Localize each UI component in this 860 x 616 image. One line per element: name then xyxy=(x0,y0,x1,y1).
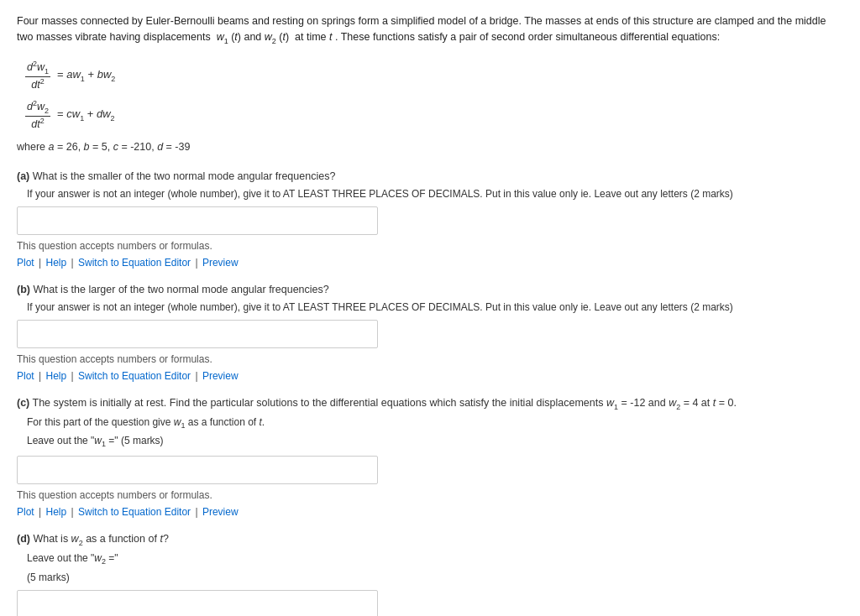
part-b-plot-link[interactable]: Plot xyxy=(17,370,34,382)
part-c-plot-link[interactable]: Plot xyxy=(17,506,34,518)
eq2-numerator: d2w2 xyxy=(25,99,50,117)
part-a-accepts: This question accepts numbers or formula… xyxy=(17,238,843,253)
part-c-question-text: The system is initially at rest. Find th… xyxy=(33,397,737,409)
part-b-instruction: If your answer is not an integer (whole … xyxy=(17,300,843,315)
part-c-detail2: Leave out the "w1 =" (5 marks) xyxy=(17,433,843,451)
part-a-links: Plot | Help | Switch to Equation Editor … xyxy=(17,255,843,270)
part-a-instruction: If your answer is not an integer (whole … xyxy=(17,186,843,201)
part-d-question1-text: What is w2 as a function of t? xyxy=(33,533,168,545)
part-d-detail2: (5 marks) xyxy=(17,570,843,585)
part-b-accepts: This question accepts numbers or formula… xyxy=(17,352,843,367)
part-b-links: Plot | Help | Switch to Equation Editor … xyxy=(17,368,843,384)
eq1-rhs: = aw1 + bw2 xyxy=(57,66,115,85)
part-a-help-link[interactable]: Help xyxy=(46,257,67,269)
part-b-preview-link[interactable]: Preview xyxy=(202,370,239,382)
part-c-input[interactable] xyxy=(17,456,378,484)
part-c-switch-link[interactable]: Switch to Equation Editor xyxy=(78,506,191,518)
part-c-help-link[interactable]: Help xyxy=(46,506,67,518)
part-a-preview-link[interactable]: Preview xyxy=(202,257,239,269)
part-c-label: (c) xyxy=(17,397,29,409)
part-d: (d) What is w2 as a function of t? Leave… xyxy=(17,531,843,616)
part-c-question: (c) The system is initially at rest. Fin… xyxy=(17,395,843,413)
part-b-help-link[interactable]: Help xyxy=(46,370,67,382)
intro-text: Four masses connected by Euler-Bernoulli… xyxy=(17,13,843,48)
fraction-2: d2w2 dt2 xyxy=(25,99,50,132)
equations-block: d2w1 dt2 = aw1 + bw2 d2w2 dt2 = cw1 + dw… xyxy=(25,60,843,132)
equation-1: d2w1 dt2 = aw1 + bw2 xyxy=(25,60,843,92)
part-d-label: (d) xyxy=(17,533,30,545)
and-text: and xyxy=(252,15,270,27)
part-a-question: (a) What is the smaller of the two norma… xyxy=(17,169,843,185)
part-b-question-text: What is the larger of the two normal mod… xyxy=(33,284,328,295)
part-d-detail1: Leave out the "w2 =" xyxy=(17,551,843,568)
part-c-preview-link[interactable]: Preview xyxy=(202,506,239,518)
part-c-accepts: This question accepts numbers or formula… xyxy=(17,488,843,503)
eq1-numerator: d2w1 xyxy=(25,60,50,77)
part-c: (c) The system is initially at rest. Fin… xyxy=(17,395,843,520)
eq2-rhs: = cw1 + dw2 xyxy=(57,106,115,124)
part-b-input[interactable] xyxy=(17,320,378,348)
part-a-question-text: What is the smaller of the two normal mo… xyxy=(33,170,336,182)
where-line: where a = 26, b = 5, c = -210, d = -39 xyxy=(17,139,843,155)
part-b-label: (b) xyxy=(17,284,30,295)
part-a-input[interactable] xyxy=(17,206,378,235)
part-a-plot-link[interactable]: Plot xyxy=(17,257,34,269)
part-a-switch-link[interactable]: Switch to Equation Editor xyxy=(78,257,191,269)
part-c-detail1: For this part of the question give w1 as… xyxy=(17,415,843,432)
part-d-input[interactable] xyxy=(17,590,378,616)
eq1-denominator: dt2 xyxy=(29,77,45,91)
fraction-1: d2w1 dt2 xyxy=(25,60,50,92)
part-c-links: Plot | Help | Switch to Equation Editor … xyxy=(17,504,843,519)
part-a-label: (a) xyxy=(17,170,29,182)
part-b-question: (b) What is the larger of the two normal… xyxy=(17,282,843,298)
part-d-question1: (d) What is w2 as a function of t? xyxy=(17,531,843,549)
equation-2: d2w2 dt2 = cw1 + dw2 xyxy=(25,99,843,132)
eq2-denominator: dt2 xyxy=(29,117,45,131)
part-a: (a) What is the smaller of the two norma… xyxy=(17,169,843,270)
part-b: (b) What is the larger of the two normal… xyxy=(17,282,843,384)
part-b-switch-link[interactable]: Switch to Equation Editor xyxy=(78,370,191,382)
